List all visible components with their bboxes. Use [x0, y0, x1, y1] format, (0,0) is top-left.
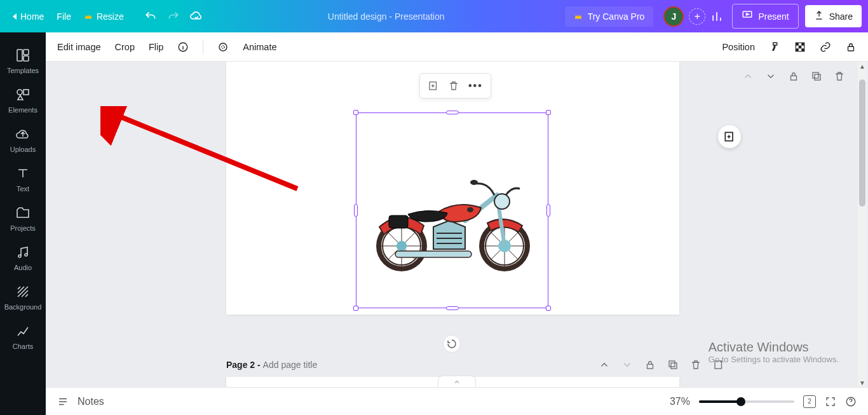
- resize-handle-l[interactable]: [354, 204, 358, 217]
- page2-delete-icon[interactable]: [690, 359, 702, 371]
- transparency-icon[interactable]: [794, 41, 806, 53]
- selection-box[interactable]: [356, 112, 548, 308]
- flip-button[interactable]: Flip: [149, 42, 163, 52]
- lock-page-icon[interactable]: [788, 71, 799, 82]
- page2-down-icon[interactable]: [621, 359, 633, 371]
- file-menu[interactable]: File: [50, 8, 78, 25]
- charts-icon: [15, 323, 31, 339]
- zoom-value[interactable]: 37%: [670, 396, 690, 407]
- resize-handle-b[interactable]: [446, 306, 459, 310]
- redo-button[interactable]: [162, 10, 185, 23]
- svg-rect-3: [24, 56, 29, 61]
- document-title[interactable]: Untitled design - Presentation: [208, 11, 565, 22]
- resize-handle-tl[interactable]: [353, 110, 358, 115]
- home-label: Home: [20, 11, 44, 22]
- page2-lock-icon[interactable]: [644, 359, 656, 371]
- sidebar-item-audio[interactable]: Audio: [0, 238, 46, 278]
- svg-rect-12: [796, 43, 799, 46]
- sidebar-item-text[interactable]: Text: [0, 160, 46, 199]
- delete-page-icon[interactable]: [834, 71, 845, 82]
- present-button[interactable]: Present: [732, 4, 798, 29]
- undo-button[interactable]: [139, 10, 162, 23]
- sidebar-item-elements[interactable]: Elements: [0, 81, 46, 120]
- page-count-badge[interactable]: 2: [803, 395, 816, 408]
- page-down-icon[interactable]: [765, 71, 776, 82]
- svg-rect-16: [801, 48, 804, 51]
- sidebar-item-charts[interactable]: Charts: [0, 317, 46, 357]
- crop-button[interactable]: Crop: [115, 42, 135, 52]
- templates-icon: [15, 48, 31, 63]
- home-button[interactable]: Home: [6, 8, 50, 25]
- position-button[interactable]: Position: [722, 42, 755, 52]
- elements-icon: [15, 87, 31, 102]
- zoom-slider[interactable]: [699, 400, 794, 403]
- main-column: Edit image Crop Flip Animate Position Pa…: [46, 32, 868, 415]
- share-button[interactable]: Share: [805, 5, 862, 27]
- add-to-page-icon[interactable]: [428, 80, 439, 92]
- duplicate-page-icon[interactable]: [811, 71, 822, 82]
- svg-rect-2: [24, 50, 29, 55]
- insights-button[interactable]: [705, 10, 728, 23]
- divider: [203, 39, 203, 55]
- resize-handle-br[interactable]: [546, 306, 551, 311]
- resize-button[interactable]: Resize: [78, 8, 130, 25]
- page2-up-icon[interactable]: [599, 359, 610, 371]
- upload-icon: [814, 10, 824, 22]
- resize-handle-bl[interactable]: [353, 306, 358, 311]
- rotate-handle[interactable]: [443, 335, 461, 353]
- animate-icon: [217, 41, 229, 53]
- image-toolbar: Edit image Crop Flip Animate Position: [46, 32, 868, 62]
- info-icon[interactable]: [177, 41, 189, 53]
- cloud-sync-icon[interactable]: [185, 10, 208, 24]
- crown-icon: [574, 12, 583, 21]
- svg-point-6: [18, 255, 21, 257]
- resize-handle-t[interactable]: [446, 111, 459, 114]
- avatar[interactable]: J: [663, 6, 684, 27]
- left-sidebar: Templates Elements Uploads Text Projects…: [0, 32, 46, 415]
- sidebar-item-background[interactable]: Background: [0, 278, 46, 317]
- sidebar-item-uploads[interactable]: Uploads: [0, 120, 46, 160]
- vertical-scrollbar[interactable]: ▲ ▼: [858, 62, 867, 387]
- text-icon: [15, 166, 31, 181]
- copy-style-icon[interactable]: [769, 41, 780, 53]
- svg-point-4: [17, 90, 22, 95]
- audio-icon: [15, 245, 31, 260]
- bottom-bar: Notes 37% 2: [46, 387, 868, 415]
- svg-rect-17: [848, 46, 854, 51]
- notes-button[interactable]: Notes: [78, 396, 104, 407]
- scrollbar-thumb[interactable]: [859, 79, 865, 207]
- try-pro-button[interactable]: Try Canva Pro: [565, 6, 654, 27]
- page2-title[interactable]: Page 2 - Add page title: [226, 360, 317, 370]
- canvas-area[interactable]: Page 1 - Add page title •••: [46, 62, 868, 387]
- uploads-icon: [15, 126, 31, 142]
- sidebar-item-projects[interactable]: Projects: [0, 199, 46, 238]
- svg-rect-14: [799, 45, 802, 48]
- lock-icon[interactable]: [845, 41, 857, 53]
- edit-image-button[interactable]: Edit image: [57, 42, 101, 52]
- collapse-pages-tab[interactable]: [438, 376, 476, 387]
- resize-handle-tr[interactable]: [546, 110, 551, 115]
- more-icon[interactable]: •••: [468, 80, 483, 92]
- scroll-up-icon[interactable]: ▲: [858, 62, 867, 71]
- svg-rect-19: [815, 74, 820, 80]
- chevron-left-icon: [13, 13, 17, 20]
- delete-icon[interactable]: [448, 80, 459, 92]
- page2-duplicate-icon[interactable]: [667, 359, 679, 371]
- svg-rect-56: [669, 361, 675, 367]
- resize-handle-r[interactable]: [546, 204, 550, 217]
- fullscreen-icon[interactable]: [825, 396, 836, 407]
- scroll-down-icon[interactable]: ▼: [858, 378, 867, 387]
- notes-icon[interactable]: [57, 396, 69, 407]
- animate-button[interactable]: Animate: [243, 42, 276, 52]
- help-icon[interactable]: [845, 396, 857, 407]
- add-page-floating-button[interactable]: [718, 125, 741, 148]
- link-icon[interactable]: [820, 41, 831, 53]
- background-icon: [15, 284, 31, 299]
- add-collaborator-button[interactable]: +: [689, 8, 705, 25]
- sidebar-item-templates[interactable]: Templates: [0, 41, 46, 81]
- svg-rect-15: [796, 48, 799, 51]
- svg-rect-18: [791, 76, 797, 80]
- svg-rect-54: [648, 364, 653, 369]
- presentation-icon: [742, 10, 753, 23]
- page-up-icon[interactable]: [742, 71, 754, 82]
